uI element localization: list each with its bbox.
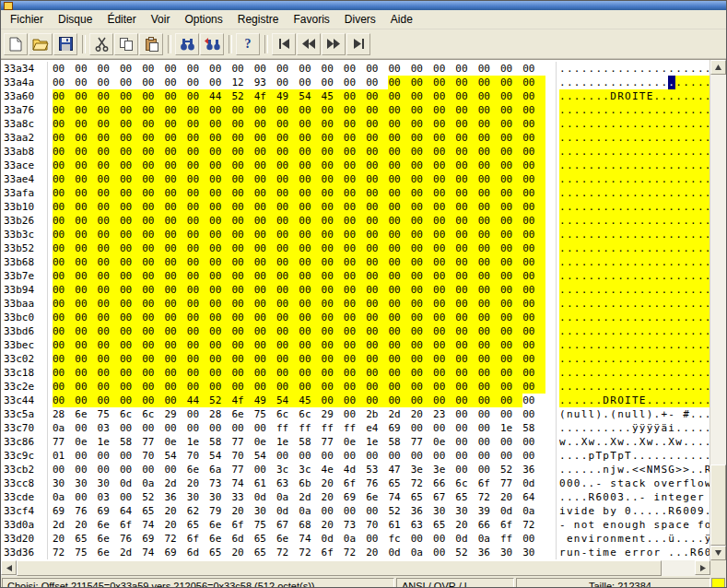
ascii-text[interactable]: 000..- stack overflow. — [557, 476, 709, 490]
ascii-text[interactable]: ...................... — [557, 255, 709, 269]
hex-bytes[interactable]: 0000000000000000000000000000000000000000… — [48, 380, 557, 394]
hex-bytes[interactable]: 0000000000000000000000000000000000000000… — [48, 200, 557, 214]
menu-divers[interactable]: Divers — [337, 11, 383, 28]
hex-bytes[interactable]: 00000000000044524f4954450000000000000000… — [48, 394, 557, 407]
cut-button[interactable] — [89, 33, 113, 55]
ascii-text[interactable]: ...................... — [557, 269, 709, 283]
hex-bytes[interactable]: 0000000000000000000000000000000000000000… — [48, 297, 557, 311]
ascii-text[interactable]: ...................... — [557, 352, 709, 366]
hex-bytes[interactable]: 0000000000000000000000000000000000000000… — [48, 186, 557, 200]
ascii-text[interactable]: ......njw.<<NMSG>>..R6 — [557, 463, 709, 476]
save-button[interactable] — [53, 33, 77, 55]
ascii-text[interactable]: ......DROITE.......... — [557, 394, 709, 407]
hex-bytes[interactable]: 0000000000000000000000000000000000000000… — [48, 255, 557, 269]
hex-bytes[interactable]: 286e756c6c2900286e756c6c29002b2d20230000… — [48, 407, 557, 421]
go-first-button[interactable] — [272, 33, 296, 55]
ascii-text[interactable]: ...................... — [557, 186, 709, 200]
hex-bytes[interactable]: 0000000000000000000000000000000000000000… — [48, 131, 557, 145]
menu-favoris[interactable]: Favoris — [286, 11, 336, 28]
scroll-down-button[interactable] — [710, 546, 726, 560]
hex-bytes[interactable]: 0000000000000000000000000000000000000000… — [48, 172, 557, 186]
vertical-scroll-thumb[interactable] — [710, 465, 726, 546]
find-button[interactable] — [175, 33, 199, 55]
menu-fichier[interactable]: Fichier — [3, 11, 51, 28]
menu-registre[interactable]: Registre — [230, 11, 287, 28]
hex-bytes[interactable]: 2d206e6f7420656e6f7567682073706163652066… — [48, 518, 557, 532]
hex-bytes[interactable]: 0100000070547054705400000000000000000000… — [48, 449, 557, 463]
status-mode[interactable]: ANSI / OVR / L — [396, 578, 514, 588]
menu-disque[interactable]: Disque — [51, 11, 100, 28]
hex-bytes[interactable]: 0000000000000000000000000000000000000000… — [48, 145, 557, 159]
ascii-text[interactable]: ...................... — [557, 241, 709, 255]
copy-button[interactable] — [114, 33, 138, 55]
ascii-text[interactable]: ....R6003..- integer d — [557, 490, 709, 504]
ascii-text[interactable]: ...................... — [557, 214, 709, 228]
hex-bytes[interactable]: 0000000000000000000000000000000000000000… — [48, 352, 557, 366]
vertical-scrollbar[interactable] — [709, 60, 726, 560]
ascii-text[interactable]: ....pTpTpT............ — [557, 449, 709, 463]
go-last-button[interactable] — [346, 33, 370, 55]
scroll-up-button[interactable] — [710, 60, 726, 75]
horizontal-scroll-track[interactable] — [17, 560, 695, 576]
ascii-text[interactable]: w..Xw..Xw..Xw..Xw..... — [557, 435, 709, 449]
find-again-button[interactable] — [200, 33, 224, 55]
hex-bytes[interactable]: 0a000300000000000000ffffffffe46900000000… — [48, 421, 557, 435]
hex-bytes[interactable]: 0000000000000000000000000000000000000000… — [48, 283, 557, 297]
ascii-text[interactable]: ...................... — [557, 103, 709, 117]
hex-bytes[interactable]: 0000000000000000000000000000000000000000… — [48, 62, 557, 76]
menu-aide[interactable]: Aide — [383, 11, 420, 28]
ascii-text[interactable]: ...................... — [557, 159, 709, 172]
hex-bytes[interactable]: 0000000000000000000000000000000000000000… — [48, 228, 557, 241]
ascii-text[interactable]: ...................... — [557, 283, 709, 297]
hex-bytes[interactable]: 72756e2d74696d65206572726f72200d0a005236… — [48, 546, 557, 559]
hex-bytes[interactable]: 0000000000000000000000000000000000000000… — [48, 269, 557, 283]
ascii-text[interactable]: run-time error ...R600 — [557, 546, 709, 559]
hex-bytes[interactable]: 0000000000000000000000000000000000000000… — [48, 366, 557, 380]
ascii-text[interactable]: ...................... — [557, 380, 709, 394]
menu-voir[interactable]: Voir — [144, 11, 178, 28]
go-back-button[interactable] — [297, 33, 321, 55]
ascii-text[interactable]: ...................... — [557, 172, 709, 186]
go-forward-button[interactable] — [322, 33, 346, 55]
hex-bytes[interactable]: 0000000000000000000000000000000000000000… — [48, 241, 557, 255]
ascii-text[interactable]: ...................... — [557, 117, 709, 131]
hex-bytes[interactable]: 20656e7669726f6e6d656e740d0a00fc00000d0a… — [48, 532, 557, 546]
ascii-text[interactable]: ...................... — [557, 62, 709, 76]
hex-bytes[interactable]: 3030300d0a2d20737461636b206f766572666c6f… — [48, 476, 557, 490]
ascii-text[interactable]: environment...ü....ÿ. — [557, 532, 709, 546]
hex-bytes[interactable]: 0000000000000000000000000000000000000000… — [48, 311, 557, 324]
new-file-button[interactable] — [4, 33, 28, 55]
scroll-right-button[interactable] — [695, 560, 710, 575]
help-button[interactable]: ? — [236, 33, 260, 55]
ascii-text[interactable]: (null).(null).+- #.... — [557, 407, 709, 421]
horizontal-scroll-thumb[interactable] — [17, 560, 662, 576]
vertical-scroll-track[interactable] — [710, 75, 726, 546]
menu-editer[interactable]: Éditer — [100, 11, 143, 28]
hex-bytes[interactable]: 0000000000006e6a77003c3c4e4d53473e3e0000… — [48, 463, 557, 476]
hex-bytes[interactable]: 770e1e58770e1e58770e1e58770e1e58770e0000… — [48, 435, 557, 449]
hex-bytes[interactable]: 0000000000000044524f49544500000000000000… — [48, 89, 557, 103]
ascii-text[interactable]: ...................... — [557, 311, 709, 324]
ascii-text[interactable]: ...................... — [557, 131, 709, 145]
hex-bytes[interactable]: 0000000000000000000000000000000000000000… — [48, 117, 557, 131]
ascii-text[interactable]: ...................... — [557, 228, 709, 241]
hex-bytes[interactable]: 0000000000000000000000000000000000000000… — [48, 324, 557, 338]
paste-button[interactable] — [139, 33, 163, 55]
ascii-text[interactable]: - not enough space for — [557, 518, 709, 532]
ascii-text[interactable]: ivide by 0.....R6009.. — [557, 504, 709, 518]
hex-bytes[interactable]: 0000000000000000000000000000000000000000… — [48, 159, 557, 172]
menu-options[interactable]: Options — [177, 11, 229, 28]
horizontal-scrollbar[interactable] — [1, 560, 710, 576]
ascii-text[interactable]: ...................... — [557, 338, 709, 352]
hex-bytes[interactable]: 697669646520627920300d0a0000005236303039… — [48, 504, 557, 518]
hex-bytes[interactable]: 0000000000000000000000000000000000000000… — [48, 214, 557, 228]
ascii-text[interactable]: ...................... — [557, 76, 709, 89]
ascii-text[interactable]: .......DROITE......... — [557, 89, 709, 103]
ascii-text[interactable]: ...................... — [557, 200, 709, 214]
hex-bytes[interactable]: 0000000000000000129300000000000000000000… — [48, 76, 557, 89]
ascii-text[interactable]: ...................... — [557, 324, 709, 338]
ascii-text[interactable]: ..........ÿÿÿÿäi.....X — [557, 421, 709, 435]
ascii-text[interactable]: ...................... — [557, 366, 709, 380]
ascii-text[interactable]: ...................... — [557, 145, 709, 159]
open-file-button[interactable] — [29, 33, 53, 55]
